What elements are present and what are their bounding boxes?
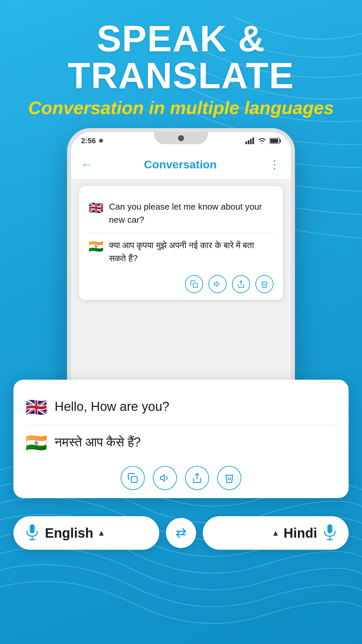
large-message-row-english: 🇬🇧 Hello, How are you?: [25, 390, 337, 425]
message-card-1: 🇬🇧 Can you please let me know about your…: [79, 186, 283, 300]
svg-rect-1: [248, 140, 249, 144]
svg-marker-8: [214, 282, 217, 286]
large-message-card: 🇬🇧 Hello, How are you? 🇮🇳 नमस्ते आप कैसे…: [13, 380, 349, 498]
message-row-hindi: 🇮🇳 क्या आप कृपया मुझे अपनी नई कार के बार…: [88, 232, 274, 271]
large-english-message: Hello, How are you?: [55, 397, 169, 416]
svg-rect-2: [250, 139, 252, 144]
uk-flag: 🇬🇧: [88, 201, 104, 215]
india-flag: 🇮🇳: [88, 239, 104, 254]
hindi-message: क्या आप कृपया मुझे अपनी नई कार के बारे म…: [109, 239, 274, 265]
large-action-buttons: [25, 466, 337, 490]
speak-button-1[interactable]: [208, 275, 227, 293]
svg-rect-5: [280, 140, 281, 142]
english-dropdown-arrow: ▲: [97, 528, 105, 538]
large-card-section: 🇬🇧 Hello, How are you? 🇮🇳 नमस्ते आप कैसे…: [13, 380, 349, 498]
english-label: English: [45, 526, 93, 541]
svg-rect-16: [327, 524, 333, 533]
hindi-label: Hindi: [284, 526, 317, 541]
status-time: 2:56: [81, 137, 96, 145]
large-hindi-message: नमस्ते आप कैसे हैं?: [55, 433, 141, 452]
copy-button-1[interactable]: [185, 275, 203, 293]
english-message: Can you please let me know about your ne…: [109, 200, 274, 226]
hindi-dropdown-arrow: ▲: [272, 528, 280, 538]
phone-mockup-area: 2:56 ✱: [0, 128, 362, 420]
svg-rect-10: [131, 477, 137, 482]
phone-mockup: 2:56 ✱: [67, 128, 295, 420]
svg-rect-0: [245, 142, 247, 144]
svg-rect-6: [270, 139, 278, 143]
main-title: SPEAK & TRANSLATE: [0, 20, 362, 94]
large-message-row-hindi: 🇮🇳 नमस्ते आप कैसे हैं?: [25, 425, 337, 461]
app-topbar: ← Conversation ⋮: [71, 150, 291, 179]
svg-rect-3: [252, 138, 254, 144]
share-button-1[interactable]: [232, 275, 250, 293]
hindi-language-selector[interactable]: ▲ Hindi: [203, 516, 349, 550]
swap-icon: [173, 525, 189, 541]
header-section: SPEAK & TRANSLATE Conversation in multip…: [0, 0, 362, 118]
english-language-selector[interactable]: English ▲: [13, 516, 159, 550]
large-uk-flag: 🇬🇧: [25, 397, 47, 418]
bluetooth-icon: ✱: [99, 137, 104, 145]
large-delete-button[interactable]: [217, 466, 241, 490]
message-row-english: 🇬🇧 Can you please let me know about your…: [88, 194, 274, 232]
bottom-language-bar: English ▲ ▲ Hindi: [0, 508, 362, 558]
large-india-flag: 🇮🇳: [25, 433, 47, 453]
app-title: Conversation: [144, 158, 217, 171]
english-mic-icon[interactable]: [23, 524, 41, 542]
delete-button-1[interactable]: [255, 275, 274, 293]
signal-icon: [245, 138, 255, 144]
chat-area: 🇬🇧 Can you please let me know about your…: [71, 179, 291, 307]
phone-notch: [154, 132, 208, 144]
back-button[interactable]: ←: [81, 158, 92, 171]
battery-icon: [269, 138, 281, 144]
large-share-button[interactable]: [185, 466, 209, 490]
swap-languages-button[interactable]: [166, 518, 196, 548]
header-subtitle: Conversation in multiple languages: [0, 97, 362, 118]
large-speak-button[interactable]: [153, 466, 177, 490]
wifi-icon: [257, 137, 267, 145]
mic-svg-left: [23, 524, 41, 541]
svg-marker-11: [161, 475, 165, 481]
hindi-mic-icon[interactable]: [321, 524, 339, 542]
svg-rect-7: [193, 283, 197, 287]
large-copy-button[interactable]: [121, 466, 145, 490]
action-buttons-1: [88, 275, 274, 293]
svg-rect-13: [30, 524, 35, 533]
status-icons: [245, 137, 281, 145]
mic-svg-right: [321, 524, 339, 541]
phone-camera: [178, 135, 184, 141]
more-options-icon[interactable]: ⋮: [269, 158, 281, 171]
